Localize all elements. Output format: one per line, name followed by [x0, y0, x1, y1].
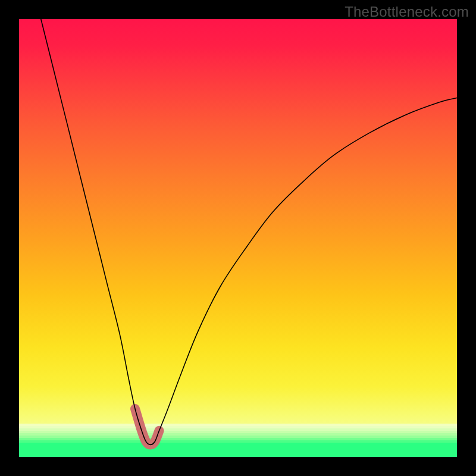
watermark-text: TheBottleneck.com: [345, 4, 469, 20]
curve-line: [41, 19, 457, 444]
chart-frame: TheBottleneck.com: [0, 0, 476, 476]
curve-svg: [19, 19, 457, 457]
plot-area: [19, 19, 457, 457]
